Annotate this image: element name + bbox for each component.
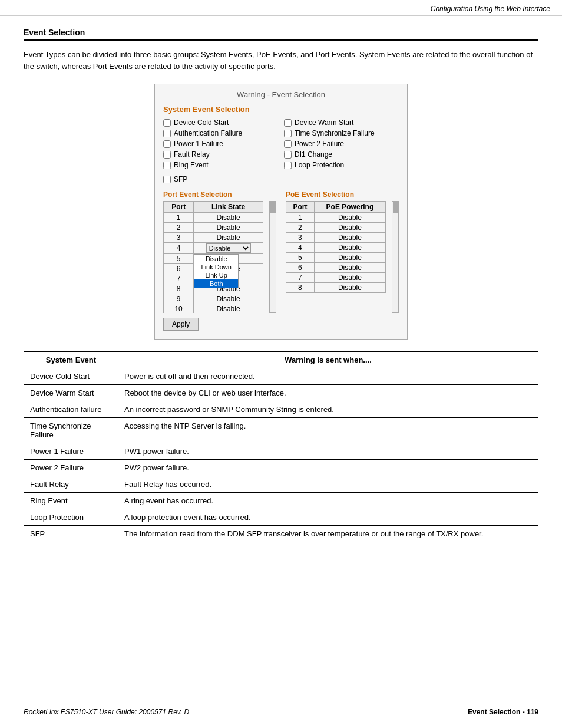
checkbox-loop-protection[interactable]: Loop Protection	[284, 161, 399, 169]
port-num: 3	[164, 233, 194, 243]
poe-port-num: 3	[286, 233, 315, 243]
option-link-down[interactable]: Link Down	[194, 263, 238, 271]
option-disable[interactable]: Disable	[194, 255, 238, 263]
poe-state: Disable	[314, 273, 385, 283]
checkbox-device-warm-start-input[interactable]	[284, 119, 292, 127]
poe-port-num: 6	[286, 263, 315, 273]
table-row: 5 Disable Disable Link Down	[164, 254, 263, 264]
ref-col2-header: Warning is sent when....	[118, 352, 538, 368]
page-footer: RocketLinx ES7510-XT User Guide: 2000571…	[0, 704, 562, 716]
table-row: 8 Disable	[286, 283, 386, 293]
checkbox-di1-change-input[interactable]	[284, 151, 292, 159]
event-description: Accessing the NTP Server is failing.	[118, 418, 538, 443]
poe-port-num: 1	[286, 213, 315, 223]
intro-text: Event Types can be divided into three ba…	[24, 49, 538, 72]
checkbox-device-cold-start[interactable]: Device Cold Start	[163, 118, 278, 127]
table-row: Power 1 Failure PW1 power failure.	[24, 443, 538, 460]
main-content: Event Selection Event Types can be divid…	[0, 16, 562, 554]
checkbox-power2[interactable]: Power 2 Failure	[284, 140, 399, 148]
port-num: 7	[164, 274, 194, 284]
poe-state: Disable	[314, 253, 385, 263]
port-table-scrollbar[interactable]	[269, 201, 276, 313]
event-name: Power 1 Failure	[24, 443, 118, 460]
apply-button[interactable]: Apply	[163, 318, 199, 331]
port-state: Disable	[194, 213, 263, 223]
sfp-label: SFP	[174, 175, 187, 183]
checkbox-fault-relay[interactable]: Fault Relay	[163, 150, 278, 159]
poe-event-table: Port PoE Powering 1 Disable 2	[286, 201, 386, 293]
port-num: 2	[164, 223, 194, 233]
footer-left: RocketLinx ES7510-XT User Guide: 2000571…	[24, 708, 189, 716]
table-row: Loop Protection A loop protection event …	[24, 509, 538, 526]
event-description: The information read from the DDM SFP tr…	[118, 526, 538, 542]
dialog-title: Warning - Event Selection	[163, 90, 399, 99]
table-row: Device Warm Start Reboot the device by C…	[24, 385, 538, 401]
checkbox-fault-relay-input[interactable]	[163, 151, 171, 159]
event-name: Authentication failure	[24, 401, 118, 418]
event-description: PW1 power failure.	[118, 443, 538, 460]
option-link-up[interactable]: Link Up	[194, 271, 238, 279]
table-row: 10 Disable	[164, 304, 263, 314]
checkbox-di1-change[interactable]: DI1 Change	[284, 150, 399, 159]
event-name: SFP	[24, 526, 118, 542]
table-row: 2 Disable	[286, 223, 386, 233]
poe-table-scrollbar[interactable]	[392, 201, 399, 313]
port-state: Disable	[194, 304, 263, 314]
sfp-row[interactable]: SFP	[163, 175, 399, 183]
port-state: Disable	[194, 223, 263, 233]
checkbox-loop-protection-input[interactable]	[284, 162, 292, 169]
event-name: Device Warm Start	[24, 385, 118, 401]
checkbox-ring-event[interactable]: Ring Event	[163, 161, 278, 169]
table-row: 4 Disable	[286, 243, 386, 253]
checkbox-sfp-input[interactable]	[163, 176, 171, 183]
reference-table: System Event Warning is sent when.... De…	[24, 351, 538, 542]
poe-event-title: PoE Event Selection	[286, 190, 399, 199]
checkbox-fault-relay-label: Fault Relay	[174, 150, 210, 159]
port-num: 10	[164, 304, 194, 314]
table-row: Fault Relay Fault Relay has occurred.	[24, 476, 538, 493]
poe-port-num: 4	[286, 243, 315, 253]
poe-port-num: 8	[286, 283, 315, 293]
checkbox-device-cold-start-label: Device Cold Start	[174, 118, 229, 127]
option-both[interactable]: Both	[194, 279, 238, 288]
table-row: 5 Disable	[286, 253, 386, 263]
top-header: Configuration Using the Web Interface	[0, 0, 562, 16]
port-state-select[interactable]: Disable Link Down Link Up Both	[206, 243, 251, 253]
section-title: Event Selection	[24, 28, 538, 41]
table-row: SFP The information read from the DDM SF…	[24, 526, 538, 542]
checkbox-device-cold-start-input[interactable]	[163, 119, 171, 127]
table-row[interactable]: 4 Disable Link Down Link Up Both	[164, 243, 263, 254]
poe-state: Disable	[314, 233, 385, 243]
checkbox-auth-failure-input[interactable]	[163, 130, 171, 137]
system-event-checkboxes: Device Cold Start Device Warm Start Auth…	[163, 118, 399, 169]
event-name: Ring Event	[24, 493, 118, 509]
event-description: Fault Relay has occurred.	[118, 476, 538, 493]
header-title: Configuration Using the Web Interface	[431, 5, 550, 13]
port-state-dropdown-cell[interactable]: Disable Link Down Link Up Both	[194, 243, 263, 254]
poe-state: Disable	[314, 283, 385, 293]
checkbox-power2-input[interactable]	[284, 140, 292, 148]
event-tables-row: Port Event Selection Port Link State	[163, 190, 399, 313]
checkbox-auth-failure[interactable]: Authentication Failure	[163, 129, 278, 137]
checkbox-power1[interactable]: Power 1 Failure	[163, 140, 278, 148]
checkbox-time-sync-label: Time Synchronize Failure	[295, 129, 375, 137]
poe-event-section: PoE Event Selection Port PoE Powering	[286, 190, 399, 313]
table-row: 6 Disable	[286, 263, 386, 273]
scrollbar-thumb[interactable]	[270, 202, 276, 213]
poe-port-num: 5	[286, 253, 315, 263]
port-num: 1	[164, 213, 194, 223]
checkbox-device-warm-start[interactable]: Device Warm Start	[284, 118, 399, 127]
event-name: Loop Protection	[24, 509, 118, 526]
system-event-title: System Event Selection	[163, 105, 399, 114]
checkbox-power1-label: Power 1 Failure	[174, 140, 223, 148]
poe-scrollbar-thumb[interactable]	[393, 202, 399, 213]
checkbox-ring-event-input[interactable]	[163, 162, 171, 169]
checkbox-time-sync[interactable]: Time Synchronize Failure	[284, 129, 399, 137]
checkbox-time-sync-input[interactable]	[284, 130, 292, 137]
warning-dialog: Warning - Event Selection System Event S…	[154, 84, 408, 340]
checkbox-ring-event-label: Ring Event	[174, 161, 209, 169]
port-col-header: Port	[164, 202, 194, 213]
port-state: Disable Disable Link Down Link Up Both	[194, 254, 263, 264]
checkbox-power1-input[interactable]	[163, 140, 171, 148]
table-row: Ring Event A ring event has occurred.	[24, 493, 538, 509]
